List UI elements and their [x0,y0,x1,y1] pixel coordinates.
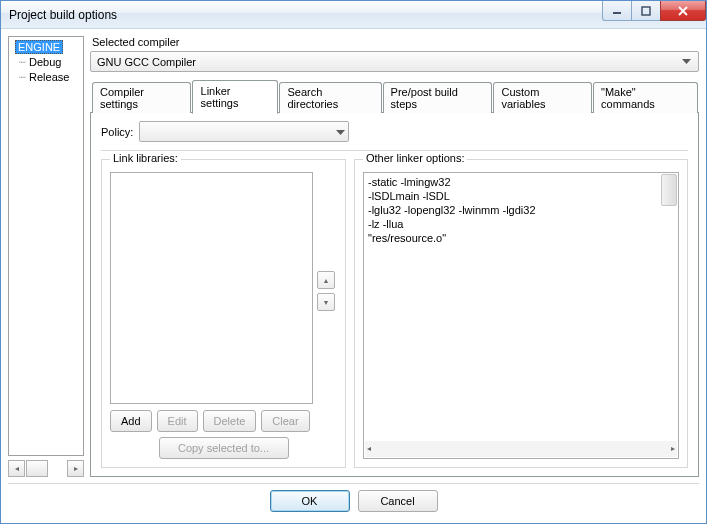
tab-custom-variables[interactable]: Custom variables [493,82,592,113]
maximize-icon [641,6,651,16]
tree-root-label: ENGINE [15,40,63,54]
link-libraries-legend: Link libraries: [110,152,181,164]
compiler-combo[interactable]: GNU GCC Compiler [90,51,699,72]
copy-selected-button[interactable]: Copy selected to... [159,437,289,459]
clear-button[interactable]: Clear [261,410,309,432]
linker-settings-panel: Policy: Link libraries: [90,112,699,477]
main-area: ENGINE ┈ Debug ┈ Release ◂ ▸ [8,36,699,477]
chevron-down-icon [336,126,345,138]
tab-compiler-settings[interactable]: Compiler settings [92,82,191,113]
chevron-down-icon: ▾ [324,298,328,307]
scrollbar-thumb[interactable] [661,174,677,206]
compiler-label: Selected compiler [92,36,699,48]
tree-item-debug[interactable]: ┈ Debug [9,55,83,70]
bottom-divider [8,483,699,484]
linker-columns: Link libraries: ▴ ▾ Add Edit [101,159,688,468]
dialog-buttons: OK Cancel [8,490,699,516]
other-linker-legend: Other linker options: [363,152,467,164]
tree-hscroll[interactable]: ◂ ▸ [8,459,84,477]
settings-tabs: Compiler settings Linker settings Search… [90,79,699,112]
delete-button[interactable]: Delete [203,410,257,432]
policy-combo[interactable] [139,121,349,142]
cancel-button[interactable]: Cancel [358,490,438,512]
settings-pane: Selected compiler GNU GCC Compiler Compi… [90,36,699,477]
move-up-button[interactable]: ▴ [317,271,335,289]
scroll-right-icon: ▸ [671,442,675,456]
targets-tree[interactable]: ENGINE ┈ Debug ┈ Release [8,36,84,456]
tree-item-release[interactable]: ┈ Release [9,70,83,85]
ok-button[interactable]: OK [270,490,350,512]
close-icon [677,6,689,16]
svg-rect-1 [642,7,650,15]
scroll-thumb[interactable] [26,460,48,477]
other-linker-textarea[interactable]: -static -lmingw32 -lSDLmain -lSDL -lglu3… [363,172,679,459]
tab-pre-post-build[interactable]: Pre/post build steps [383,82,493,113]
window-title: Project build options [9,8,117,22]
edit-button[interactable]: Edit [157,410,198,432]
dialog-body: ENGINE ┈ Debug ┈ Release ◂ ▸ [1,29,706,523]
other-linker-group: Other linker options: -static -lmingw32 … [354,159,688,468]
scroll-left-icon: ◂ [367,442,371,456]
link-libraries-list[interactable] [110,172,313,404]
minimize-button[interactable] [602,1,632,21]
tab-make-commands[interactable]: "Make" commands [593,82,698,113]
title-bar: Project build options [1,1,706,29]
tab-linker-settings[interactable]: Linker settings [192,80,279,114]
policy-row: Policy: [101,121,688,142]
scroll-left-icon[interactable]: ◂ [8,460,25,477]
maximize-button[interactable] [631,1,661,21]
link-libraries-group: Link libraries: ▴ ▾ Add Edit [101,159,346,468]
window-controls [603,1,706,21]
hscrollbar[interactable]: ◂ ▸ [365,441,677,457]
dialog-window: Project build options ENGINE [0,0,707,524]
tree-item-root[interactable]: ENGINE [9,39,83,55]
tab-search-directories[interactable]: Search directories [279,82,381,113]
chevron-up-icon: ▴ [324,276,328,285]
move-down-button[interactable]: ▾ [317,293,335,311]
add-button[interactable]: Add [110,410,152,432]
compiler-value: GNU GCC Compiler [97,56,678,68]
policy-label: Policy: [101,126,133,138]
divider [101,150,688,151]
minimize-icon [612,6,622,16]
close-button[interactable] [660,1,706,21]
svg-rect-0 [613,12,621,14]
chevron-down-icon [678,53,695,70]
targets-pane: ENGINE ┈ Debug ┈ Release ◂ ▸ [8,36,84,477]
scroll-right-icon[interactable]: ▸ [67,460,84,477]
